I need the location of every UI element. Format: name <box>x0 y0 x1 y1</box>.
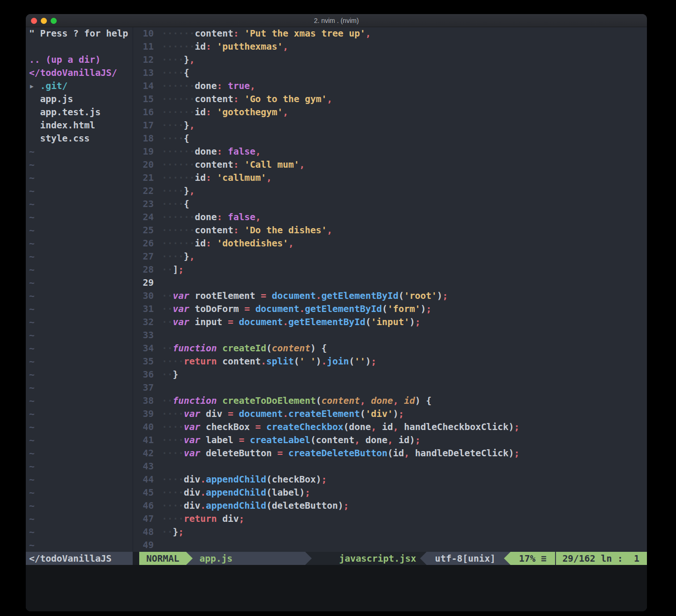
line-number: 15 <box>133 93 154 106</box>
code-line[interactable]: 12····}, <box>133 53 647 67</box>
explorer-item-label: style.css <box>29 133 90 144</box>
empty-line-tilde: ~ <box>26 158 133 171</box>
code-line[interactable]: 37 <box>133 381 647 394</box>
empty-line-tilde: ~ <box>26 185 133 198</box>
code-line[interactable]: 30··var rootElement = document.getElemen… <box>133 289 647 303</box>
line-number: 47 <box>133 512 154 526</box>
code-line[interactable]: 36··} <box>133 368 647 381</box>
code-line[interactable]: 23····{ <box>133 198 647 211</box>
nvim-main-area: " Press ? for help.. (up a dir)</todoVan… <box>26 27 647 552</box>
line-number: 43 <box>133 460 154 473</box>
code-line[interactable]: 25······content: 'Do the dishes', <box>133 224 647 237</box>
explorer-item-label: .. (up a dir) <box>29 54 101 65</box>
line-text: ····}, <box>162 53 195 67</box>
code-line[interactable]: 42····var deleteButton = createDeleteBut… <box>133 447 647 460</box>
explorer-item-index-html[interactable]: index.html <box>26 119 133 132</box>
code-line[interactable]: 11······id: 'putthexmas', <box>133 40 647 53</box>
line-number: 48 <box>133 526 154 539</box>
code-line[interactable]: 14······done: true, <box>133 80 647 93</box>
code-line[interactable]: 41····var label = createLabel(content, d… <box>133 434 647 447</box>
empty-line-tilde: ~ <box>26 447 133 460</box>
line-number: 20 <box>133 158 154 171</box>
line-number: 32 <box>133 316 154 329</box>
empty-line-tilde: ~ <box>26 473 133 486</box>
line-text: ··var rootElement = document.getElementB… <box>162 289 448 303</box>
indent-whitespace-dots: ······ <box>162 238 195 249</box>
explorer-blank-line <box>26 40 133 53</box>
line-number: 22 <box>133 185 154 198</box>
code-line[interactable]: 35····return content.split(' ').join('')… <box>133 355 647 368</box>
line-number: 46 <box>133 499 154 512</box>
indent-whitespace-dots: ···· <box>162 500 184 511</box>
code-line[interactable]: 26······id: 'dothedishes', <box>133 237 647 250</box>
code-line[interactable]: 39····var div = document.createElement('… <box>133 408 647 421</box>
code-line[interactable]: 16······id: 'gotothegym', <box>133 106 647 119</box>
line-number: 14 <box>133 80 154 93</box>
code-line[interactable]: 34··function createId(content) { <box>133 342 647 355</box>
code-line[interactable]: 17····}, <box>133 119 647 132</box>
code-line[interactable]: 27····}, <box>133 250 647 263</box>
line-number: 12 <box>133 53 154 67</box>
powerline-separator <box>504 552 511 565</box>
line-number: 35 <box>133 355 154 368</box>
code-line[interactable]: 46····div.appendChild(deleteButton); <box>133 499 647 512</box>
code-line[interactable]: 19······done: false, <box>133 145 647 158</box>
code-line[interactable]: 20······content: 'Call mum', <box>133 158 647 171</box>
line-text: ··}; <box>162 526 184 539</box>
code-line[interactable]: 40····var checkBox = createCheckbox(done… <box>133 421 647 434</box>
line-text: ····div.appendChild(deleteButton); <box>162 499 349 512</box>
code-line[interactable]: 32··var input = document.getElementById(… <box>133 316 647 329</box>
code-line[interactable]: 49 <box>133 539 647 552</box>
line-text: ··var toDoForm = document.getElementById… <box>162 303 431 316</box>
indent-whitespace-dots: ······ <box>162 172 195 183</box>
code-line[interactable]: 13····{ <box>133 67 647 80</box>
code-line[interactable]: 18····{ <box>133 132 647 145</box>
line-number: 36 <box>133 368 154 381</box>
explorer-item-style-css[interactable]: style.css <box>26 132 133 145</box>
line-number: 10 <box>133 27 154 40</box>
indent-whitespace-dots: ······ <box>162 212 195 223</box>
indent-whitespace-dots: ···· <box>162 448 184 459</box>
file-explorer: " Press ? for help.. (up a dir)</todoVan… <box>26 27 133 552</box>
code-line[interactable]: 43 <box>133 460 647 473</box>
line-text: ····{ <box>162 67 189 80</box>
indent-whitespace-dots: ······ <box>162 159 195 170</box>
code-line[interactable]: 33 <box>133 329 647 342</box>
line-text: ····return content.split(' ').join(''); <box>162 355 376 368</box>
line-text: ······id: 'callmum', <box>162 171 272 185</box>
line-number: 27 <box>133 250 154 263</box>
statusline-filler <box>312 552 339 565</box>
line-number: 21 <box>133 171 154 185</box>
line-text: ····var checkBox = createCheckbox(done, … <box>162 421 519 434</box>
line-number: 33 <box>133 329 154 342</box>
empty-line-tilde: ~ <box>26 499 133 512</box>
code-line[interactable]: 22····}, <box>133 185 647 198</box>
line-number: 44 <box>133 473 154 486</box>
explorer-item-up-dir[interactable]: .. (up a dir) <box>26 53 133 67</box>
code-line[interactable]: 29 <box>133 276 647 289</box>
command-line <box>26 565 647 611</box>
code-line[interactable]: 45····div.appendChild(label); <box>133 486 647 499</box>
code-line[interactable]: 24······done: false, <box>133 211 647 224</box>
code-line[interactable]: 38··function createToDoElement(content, … <box>133 394 647 408</box>
code-line[interactable]: 10······content: 'Put the xmas tree up', <box>133 27 647 40</box>
explorer-root-path: </todoVanillaJS/ <box>26 67 133 80</box>
line-text: ··var input = document.getElementById('i… <box>162 316 421 329</box>
code-line[interactable]: 15······content: 'Go to the gym', <box>133 93 647 106</box>
code-line[interactable]: 48··}; <box>133 526 647 539</box>
line-text: ······id: 'putthexmas', <box>162 40 288 53</box>
collapsed-chevron-icon: ▸ <box>29 81 40 91</box>
code-line[interactable]: 47····return div; <box>133 512 647 526</box>
code-line[interactable]: 44····div.appendChild(checkBox); <box>133 473 647 486</box>
explorer-item-app-test-js[interactable]: app.test.js <box>26 106 133 119</box>
explorer-item-git-dir[interactable]: ▸ .git/ <box>26 80 133 93</box>
explorer-item-app-js[interactable]: app.js <box>26 93 133 106</box>
titlebar[interactable]: 2. nvim . (nvim) <box>26 14 647 27</box>
code-line[interactable]: 31··var toDoForm = document.getElementBy… <box>133 303 647 316</box>
line-text: ····var div = document.createElement('di… <box>162 408 404 421</box>
code-line[interactable]: 28··]; <box>133 263 647 276</box>
statusline-filetype: javascript.jsx <box>339 552 420 565</box>
code-line[interactable]: 21······id: 'callmum', <box>133 171 647 185</box>
line-text: ····var deleteButton = createDeleteButto… <box>162 447 519 460</box>
empty-line-tilde: ~ <box>26 224 133 237</box>
